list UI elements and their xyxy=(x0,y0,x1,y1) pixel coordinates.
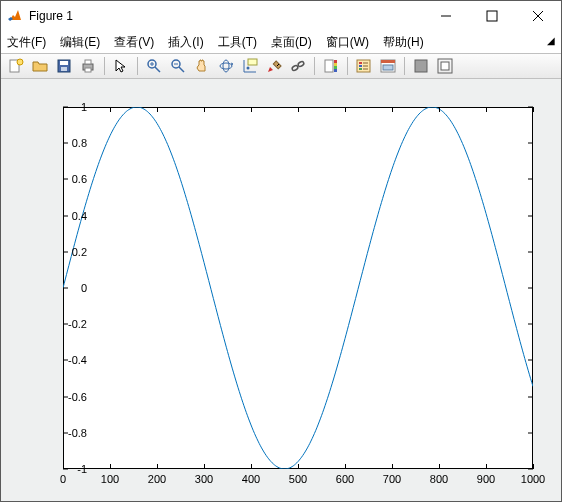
x-tick-mark xyxy=(392,107,393,112)
dock-button[interactable] xyxy=(434,55,456,77)
maximize-button[interactable] xyxy=(469,1,515,31)
x-tick-label: 700 xyxy=(383,473,401,485)
brush-button[interactable] xyxy=(263,55,285,77)
x-tick-mark xyxy=(204,107,205,112)
svg-rect-21 xyxy=(248,59,257,65)
menu-bar: 文件(F) 编辑(E) 查看(V) 插入(I) 工具(T) 桌面(D) 窗口(W… xyxy=(1,31,561,53)
x-tick-label: 600 xyxy=(336,473,354,485)
svg-rect-30 xyxy=(334,63,337,66)
y-tick-mark xyxy=(528,179,533,180)
menu-help[interactable]: 帮助(H) xyxy=(383,34,424,51)
plot-editor-button[interactable] xyxy=(377,55,399,77)
dock-icon xyxy=(437,58,453,74)
x-tick-mark xyxy=(251,107,252,112)
menu-view[interactable]: 查看(V) xyxy=(114,34,154,51)
y-tick-mark xyxy=(63,324,68,325)
x-tick-label: 200 xyxy=(148,473,166,485)
figure-canvas[interactable]: -1-0.8-0.6-0.4-0.200.20.40.60.8101002003… xyxy=(1,79,561,501)
svg-point-19 xyxy=(220,63,232,69)
link-button[interactable] xyxy=(287,55,309,77)
x-tick-label: 500 xyxy=(289,473,307,485)
menu-overflow-icon[interactable]: ◢ xyxy=(547,35,555,46)
hide-tools-button[interactable] xyxy=(410,55,432,77)
y-tick-label: -0.8 xyxy=(37,427,87,439)
y-tick-mark xyxy=(528,324,533,325)
brush-icon xyxy=(266,58,282,74)
zoom-out-button[interactable] xyxy=(167,55,189,77)
y-tick-label: 0 xyxy=(37,282,87,294)
open-button[interactable] xyxy=(29,55,51,77)
x-tick-mark xyxy=(63,464,64,469)
data-cursor-button[interactable] xyxy=(239,55,261,77)
svg-rect-10 xyxy=(85,60,91,64)
menu-desktop[interactable]: 桌面(D) xyxy=(271,34,312,51)
svg-rect-1 xyxy=(487,11,497,21)
save-button[interactable] xyxy=(53,55,75,77)
x-tick-mark xyxy=(486,464,487,469)
svg-point-26 xyxy=(291,65,298,71)
zoom-in-button[interactable] xyxy=(143,55,165,77)
legend-icon xyxy=(356,58,372,74)
y-tick-label: 0.6 xyxy=(37,173,87,185)
y-tick-mark xyxy=(528,432,533,433)
plot-editor-icon xyxy=(380,58,396,74)
x-tick-mark xyxy=(63,107,64,112)
y-tick-mark xyxy=(63,143,68,144)
menu-edit[interactable]: 编辑(E) xyxy=(60,34,100,51)
x-tick-mark xyxy=(204,464,205,469)
toolbar-separator xyxy=(347,57,348,75)
x-tick-mark xyxy=(439,464,440,469)
y-tick-mark xyxy=(63,288,68,289)
rotate3d-icon xyxy=(218,58,234,74)
axes[interactable] xyxy=(63,107,533,469)
svg-point-20 xyxy=(223,60,229,72)
print-icon xyxy=(80,58,96,74)
menu-file[interactable]: 文件(F) xyxy=(7,34,46,51)
menu-insert[interactable]: 插入(I) xyxy=(168,34,203,51)
y-tick-mark xyxy=(63,396,68,397)
legend-button[interactable] xyxy=(353,55,375,77)
svg-rect-42 xyxy=(383,65,393,70)
x-tick-mark xyxy=(298,464,299,469)
svg-rect-11 xyxy=(85,68,91,72)
x-tick-mark xyxy=(439,107,440,112)
menu-window[interactable]: 窗口(W) xyxy=(326,34,369,51)
svg-line-17 xyxy=(179,67,184,72)
minimize-button[interactable] xyxy=(423,1,469,31)
y-tick-label: 0.2 xyxy=(37,246,87,258)
zoom-out-icon xyxy=(170,58,186,74)
svg-point-5 xyxy=(17,59,23,65)
x-tick-label: 800 xyxy=(430,473,448,485)
svg-point-24 xyxy=(247,67,250,70)
y-tick-mark xyxy=(528,143,533,144)
pointer-icon xyxy=(113,58,129,74)
colorbar-button[interactable] xyxy=(320,55,342,77)
svg-rect-29 xyxy=(334,60,337,63)
title-bar: Figure 1 xyxy=(1,1,561,31)
x-tick-mark xyxy=(110,107,111,112)
link-icon xyxy=(290,58,306,74)
toolbar-separator xyxy=(104,57,105,75)
y-tick-mark xyxy=(63,360,68,361)
pan-button[interactable] xyxy=(191,55,213,77)
new-figure-button[interactable] xyxy=(5,55,27,77)
data-cursor-icon xyxy=(242,58,258,74)
toolbar xyxy=(1,53,561,79)
matlab-logo-icon xyxy=(7,8,23,24)
colorbar-icon xyxy=(323,58,339,74)
y-tick-mark xyxy=(63,179,68,180)
pointer-button[interactable] xyxy=(110,55,132,77)
toolbar-separator xyxy=(404,57,405,75)
open-icon xyxy=(32,58,48,74)
x-tick-label: 100 xyxy=(101,473,119,485)
print-button[interactable] xyxy=(77,55,99,77)
rotate3d-button[interactable] xyxy=(215,55,237,77)
y-tick-label: -0.2 xyxy=(37,318,87,330)
menu-tools[interactable]: 工具(T) xyxy=(218,34,257,51)
close-button[interactable] xyxy=(515,1,561,31)
y-tick-mark xyxy=(528,215,533,216)
y-tick-mark xyxy=(528,396,533,397)
hide-tools-icon xyxy=(413,58,429,74)
new-figure-icon xyxy=(8,58,24,74)
y-tick-label: 0.4 xyxy=(37,210,87,222)
